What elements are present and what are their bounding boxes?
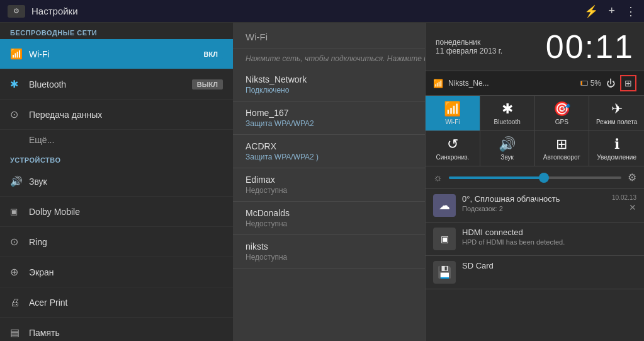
sdcard-notif-body: SD Card — [462, 261, 636, 270]
quick-autorotate-label: Автоповорот — [543, 154, 580, 161]
clock-day: понедельник — [436, 38, 502, 47]
add-icon[interactable]: + — [608, 4, 615, 18]
quick-toggle-bluetooth[interactable]: ✱ Bluetooth — [480, 96, 535, 130]
weather-notif-desc: Подсказок: 2 — [462, 205, 606, 212]
quick-toggles-row2: ↺ Синхрониз. 🔊 Звук ⊞ Автоповорот ℹ Увед… — [426, 131, 644, 166]
sidebar-section-device: УСТРОЙСТВО — [0, 150, 233, 166]
top-bar: ⚙ Настройки ⚡ + ⋮ — [0, 0, 644, 23]
sidebar-memory-label: Память — [29, 328, 223, 338]
clock-hours: 00 — [546, 28, 585, 65]
battery-indicator — [580, 81, 588, 86]
notification-weather[interactable]: ☁ 0°, Сплошная облачность Подсказок: 2 1… — [426, 189, 644, 223]
quick-notification-icon: ℹ — [614, 136, 619, 153]
quick-airplane-icon: ✈ — [611, 101, 623, 117]
brightness-low-icon: ☼ — [433, 172, 443, 183]
quick-toggle-sound[interactable]: 🔊 Звук — [480, 131, 535, 166]
battery-percentage: 5% — [590, 79, 601, 88]
clock-date-info: понедельник 11 февраля 2013 г. — [436, 38, 502, 55]
clock-minutes: 11 — [595, 28, 634, 65]
bluetooth-sidebar-icon: ✱ — [10, 78, 29, 90]
status-network-name: Niksts_Ne... — [448, 79, 575, 88]
quick-sound-label: Звук — [500, 154, 514, 161]
hdmi-notif-body: HDMI connected HPD of HDMI has been dete… — [462, 228, 636, 246]
memory-sidebar-icon: ▤ — [10, 327, 29, 338]
weather-notif-icon: ☁ — [433, 194, 456, 217]
hdmi-notif-title: HDMI connected — [462, 228, 636, 237]
sliders-icon: ⊞ — [624, 78, 632, 88]
sidebar-acerprint-label: Acer Print — [29, 298, 223, 308]
weather-notif-meta: 10.02.13 ✕ — [612, 194, 636, 212]
brightness-row: ☼ ⚙ — [426, 166, 644, 189]
clock-time: 00:11 — [546, 30, 634, 63]
battery-fill — [581, 81, 582, 85]
sidebar-item-dolby[interactable]: ▣ Dolby Mobile — [0, 197, 233, 227]
quick-toggle-airplane[interactable]: ✈ Режим полета — [589, 96, 644, 130]
brightness-thumb[interactable] — [539, 173, 549, 183]
sidebar-ring-label: Ring — [29, 237, 223, 247]
clock-row: понедельник 11 февраля 2013 г. 00:11 — [426, 23, 644, 71]
quick-gps-label: GPS — [555, 118, 568, 125]
sidebar-more[interactable]: Ещё... — [0, 130, 233, 150]
sidebar-sound-label: Звук — [29, 176, 223, 187]
hdmi-notif-desc: HPD of HDMI has been detected. — [462, 238, 636, 246]
sidebar-bluetooth-label: Bluetooth — [29, 79, 192, 90]
quick-wifi-icon: 📶 — [444, 101, 461, 117]
quick-airplane-label: Режим полета — [596, 118, 637, 125]
quick-toggle-gps[interactable]: 🎯 GPS — [535, 96, 590, 130]
quick-bluetooth-icon: ✱ — [502, 101, 513, 117]
screen-sidebar-icon: ⊕ — [10, 266, 29, 278]
sidebar-item-data[interactable]: ⊙ Передача данных — [0, 100, 233, 130]
quick-notification-label: Уведомление — [597, 154, 636, 161]
sound-sidebar-icon: 🔊 — [10, 175, 29, 187]
app-icon: ⚙ — [8, 5, 25, 18]
weather-notif-title: 0°, Сплошная облачность — [462, 194, 606, 204]
quick-sync-label: Синхрониз. — [436, 154, 469, 161]
main-layout: БЕСПРОВОДНЫЕ СЕТИ 📶 Wi-Fi ВКЛ ✱ Bluetoot… — [0, 23, 644, 341]
hdmi-notif-icon: ▣ — [433, 228, 456, 250]
sidebar-item-wifi[interactable]: 📶 Wi-Fi ВКЛ — [0, 39, 233, 69]
sdcard-notif-icon: 💾 — [433, 261, 456, 284]
ring-sidebar-icon: ⊙ — [10, 236, 29, 248]
brightness-fill — [449, 176, 544, 179]
overflow-menu-icon[interactable]: ⋮ — [625, 4, 636, 18]
content-area: Wi-Fi Нажмите сеть, чтобы подключиться. … — [233, 23, 644, 341]
quick-sound-icon: 🔊 — [499, 136, 516, 153]
wifi-toggle[interactable]: ВКЛ — [199, 49, 223, 59]
sidebar-item-ring[interactable]: ⊙ Ring — [0, 227, 233, 257]
status-wifi-icon: 📶 — [433, 79, 443, 88]
quick-gps-icon: 🎯 — [553, 101, 570, 117]
weather-notif-close[interactable]: ✕ — [629, 202, 636, 212]
acerprint-sidebar-icon: 🖨 — [10, 297, 29, 308]
sidebar-item-bluetooth[interactable]: ✱ Bluetooth ВЫКЛ — [0, 69, 233, 100]
sidebar-item-screen[interactable]: ⊕ Экран — [0, 257, 233, 287]
sdcard-notif-title: SD Card — [462, 261, 636, 270]
dolby-sidebar-icon: ▣ — [10, 207, 29, 216]
sidebar-item-memory[interactable]: ▤ Память — [0, 318, 233, 341]
sidebar-item-acerprint[interactable]: 🖨 Acer Print — [0, 287, 233, 318]
notification-panel: понедельник 11 февраля 2013 г. 00:11 📶 N… — [425, 23, 644, 341]
sidebar-dolby-label: Dolby Mobile — [29, 207, 223, 217]
sidebar: БЕСПРОВОДНЫЕ СЕТИ 📶 Wi-Fi ВКЛ ✱ Bluetoot… — [0, 23, 233, 341]
quick-toggle-wifi[interactable]: 📶 Wi-Fi — [426, 96, 480, 130]
weather-notif-body: 0°, Сплошная облачность Подсказок: 2 — [462, 194, 606, 212]
quick-bluetooth-label: Bluetooth — [494, 118, 520, 125]
app-title: Настройки — [31, 6, 584, 16]
bluetooth-toggle[interactable]: ВЫКЛ — [192, 79, 223, 90]
sidebar-section-wireless: БЕСПРОВОДНЫЕ СЕТИ — [0, 23, 233, 39]
quick-toggle-autorotate[interactable]: ⊞ Автоповорот — [535, 131, 590, 166]
sidebar-screen-label: Экран — [29, 267, 223, 277]
wifi-sidebar-icon: 📶 — [10, 48, 29, 60]
quick-sync-icon: ↺ — [447, 136, 458, 153]
quick-toggle-notification[interactable]: ℹ Уведомление — [589, 131, 644, 166]
power-icon[interactable]: ⏻ — [606, 78, 615, 88]
brightness-settings-icon[interactable]: ⚙ — [628, 171, 636, 183]
quick-toggle-sync[interactable]: ↺ Синхрониз. — [426, 131, 480, 166]
sidebar-wifi-label: Wi-Fi — [29, 49, 199, 59]
bolt-icon[interactable]: ⚡ — [584, 4, 598, 18]
quick-settings-icon-button[interactable]: ⊞ — [620, 75, 636, 91]
quick-wifi-label: Wi-Fi — [445, 118, 460, 125]
brightness-slider[interactable] — [449, 176, 621, 179]
top-bar-actions: ⚡ + ⋮ — [584, 4, 636, 18]
sidebar-data-label: Передача данных — [29, 110, 223, 120]
sidebar-item-sound[interactable]: 🔊 Звук — [0, 166, 233, 197]
